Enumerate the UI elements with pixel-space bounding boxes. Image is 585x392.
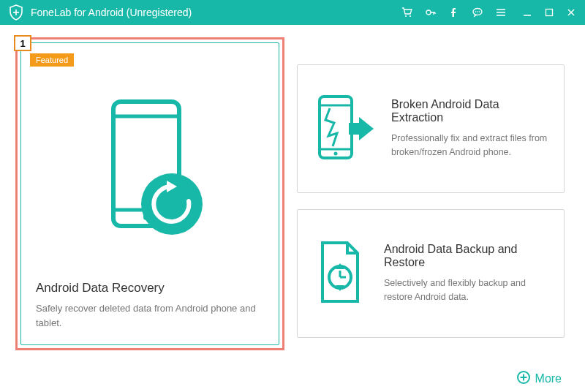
plus-circle-icon [516,370,531,388]
app-logo-icon [7,4,25,21]
svg-point-25 [334,152,338,156]
svg-rect-26 [349,123,359,135]
svg-point-20 [141,173,203,235]
more-button[interactable]: More [516,370,562,388]
card-desc: Professionally fix and extract files fro… [391,132,549,159]
card-title: Broken Android Data Extraction [391,98,549,124]
broken-phone-icon [312,92,378,165]
card-desc: Safely recover deleted data from Android… [36,301,264,330]
app-window: FoneLab for Android (Unregistered) [0,0,585,392]
svg-point-3 [410,15,411,17]
svg-point-2 [405,15,407,17]
svg-rect-13 [546,10,553,16]
key-icon[interactable] [424,6,437,19]
left-column: 1 Featured Android Data Recovery [20,42,279,386]
window-controls [521,6,578,19]
right-column: Broken Android Data Extraction Professio… [297,42,565,386]
card-backup-restore[interactable]: Android Data Backup and Restore Selectiv… [297,209,565,338]
card-desc: Selectively and flexibly backup and rest… [384,276,549,304]
app-title: FoneLab for Android (Unregistered) [31,7,192,18]
close-button[interactable] [565,6,578,19]
svg-point-6 [475,11,477,12]
card-broken-extraction[interactable]: Broken Android Data Extraction Professio… [297,64,565,193]
more-label: More [535,372,562,385]
svg-point-7 [477,11,478,12]
titlebar[interactable]: FoneLab for Android (Unregistered) [0,0,585,25]
card-android-data-recovery[interactable]: Featured Android Data Recovery Safely re… [20,42,279,345]
recovery-icon [36,65,264,276]
menu-icon[interactable] [494,6,507,19]
titlebar-toolbar [401,6,507,19]
backup-file-icon [312,237,371,310]
svg-point-4 [426,10,431,15]
card-title: Android Data Backup and Restore [384,243,549,269]
feedback-icon[interactable] [471,6,484,19]
cart-icon[interactable] [401,6,414,19]
minimize-button[interactable] [521,6,534,19]
card-text: Android Data Backup and Restore Selectiv… [384,243,549,304]
featured-badge: Featured [30,53,74,67]
card-title: Android Data Recovery [36,281,264,295]
svg-point-8 [479,11,480,12]
maximize-button[interactable] [543,6,556,19]
card-text: Broken Android Data Extraction Professio… [391,98,549,159]
svg-marker-27 [359,117,374,140]
main-content: 1 Featured Android Data Recovery [0,25,585,392]
step-1-annotation: 1 [14,35,31,51]
facebook-icon[interactable] [448,6,461,19]
